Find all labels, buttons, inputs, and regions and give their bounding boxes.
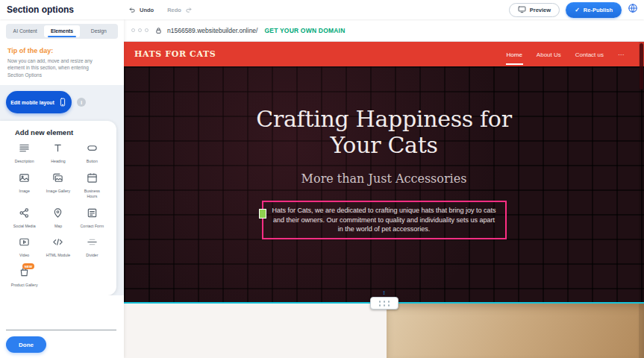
- edit-mobile-layout-button[interactable]: Edit mobile layout: [6, 91, 72, 113]
- scrollbar-thumb[interactable]: [640, 43, 643, 90]
- element-image[interactable]: Image: [7, 172, 41, 199]
- element-grid: Description Heading Button Image Image G…: [3, 142, 113, 288]
- hero-section[interactable]: Crafting Happiness for Your Cats More th…: [124, 66, 644, 303]
- heading-icon: [52, 142, 63, 157]
- tip-body: Now you can add, move and resize any ele…: [7, 57, 101, 78]
- image-gallery-icon: [52, 172, 63, 186]
- element-image-gallery[interactable]: Image Gallery: [41, 172, 75, 199]
- sidebar-spacer: [0, 295, 124, 330]
- window-dot-icon: [138, 28, 142, 32]
- monitor-icon: [518, 5, 526, 15]
- new-badge: NEW: [22, 263, 35, 269]
- nav-more-icon[interactable]: ⋯: [617, 43, 625, 65]
- hero-subheading[interactable]: More than Just Accessories: [301, 172, 467, 186]
- phone-icon: [58, 97, 67, 108]
- get-domain-link[interactable]: GET YOUR OWN DOMAIN: [264, 27, 345, 34]
- hero-paragraph: Hats for Cats, we are dedicated to craft…: [270, 206, 498, 234]
- sidebar: AI Content Elements Design Tip of the da…: [0, 19, 124, 358]
- element-description[interactable]: Description: [7, 142, 41, 164]
- video-icon: [19, 236, 30, 251]
- nav-home[interactable]: Home: [506, 43, 523, 65]
- hero-heading[interactable]: Crafting Happiness for Your Cats: [235, 107, 534, 158]
- website-preview: HATS FOR CATS Home About Us Contact us ⋯…: [124, 42, 644, 358]
- undo-button[interactable]: Undo: [140, 7, 154, 13]
- tab-ai-content[interactable]: AI Content: [7, 25, 43, 37]
- republish-button[interactable]: ✓ Re-Publish: [566, 2, 622, 18]
- divider-icon: [87, 236, 98, 251]
- element-product-gallery[interactable]: NEW Product Gallery: [7, 266, 41, 288]
- element-social-media[interactable]: Social Media: [7, 207, 41, 229]
- resize-arrows-icon: ↕: [383, 290, 386, 296]
- topbar-actions: Preview ✓ Re-Publish: [509, 2, 638, 18]
- button-icon: [87, 142, 98, 157]
- element-heading[interactable]: Heading: [41, 142, 75, 164]
- element-divider[interactable]: Divider: [75, 236, 109, 258]
- elements-panel: Edit mobile layout i Add new element Des…: [0, 85, 124, 295]
- description-icon: [19, 142, 30, 157]
- history-controls: Undo Redo: [128, 6, 193, 13]
- globe-icon[interactable]: [628, 3, 638, 16]
- redo-icon[interactable]: [185, 6, 193, 13]
- info-icon[interactable]: i: [77, 98, 86, 107]
- browser-chrome: n1566589.websitebuilder.online/ GET YOUR…: [124, 19, 644, 42]
- preview-button[interactable]: Preview: [509, 3, 560, 17]
- add-new-element-card: Add new element Description Heading Butt…: [0, 121, 116, 295]
- undo-icon[interactable]: [128, 6, 136, 13]
- site-url[interactable]: n1566589.websitebuilder.online/: [167, 27, 257, 34]
- tab-elements[interactable]: Elements: [44, 25, 79, 37]
- selected-text-element[interactable]: Hats for Cats, we are dedicated to craft…: [262, 201, 507, 239]
- social-media-icon: [19, 207, 30, 222]
- page-title: Section options: [7, 4, 74, 15]
- redo-button[interactable]: Redo: [167, 7, 181, 13]
- element-map[interactable]: Map: [41, 207, 75, 229]
- tip-title: Tip of the day:: [7, 47, 116, 54]
- edit-mobile-row: Edit mobile layout i: [0, 91, 124, 113]
- check-icon: ✓: [575, 7, 580, 13]
- preview-scrollbar: [639, 42, 644, 358]
- site-header[interactable]: HATS FOR CATS Home About Us Contact us ⋯: [124, 42, 644, 66]
- next-section-background: [124, 304, 387, 358]
- contact-form-icon: [87, 207, 98, 222]
- element-button[interactable]: Button: [75, 142, 109, 164]
- top-app-bar: Section options Undo Redo Preview ✓ Re-P…: [0, 0, 644, 19]
- nav-contact-us[interactable]: Contact us: [575, 43, 604, 65]
- element-html-module[interactable]: HTML Module: [41, 236, 75, 258]
- cat-photo: [387, 304, 644, 358]
- business-hours-icon: [87, 172, 98, 186]
- element-business-hours[interactable]: Business Hours: [75, 172, 109, 199]
- element-contact-form[interactable]: Contact Form: [75, 207, 109, 229]
- site-logo[interactable]: HATS FOR CATS: [134, 49, 216, 59]
- section-resize-handle[interactable]: ↕: [370, 290, 398, 310]
- sidebar-divider: [6, 330, 116, 330]
- lock-icon: [155, 24, 162, 37]
- window-dot-icon: [131, 28, 135, 32]
- resize-grip[interactable]: [370, 297, 398, 310]
- next-section[interactable]: [124, 304, 644, 358]
- grip-dots-icon: [378, 300, 391, 307]
- window-dot-icon: [145, 28, 149, 32]
- drag-handle[interactable]: [259, 209, 266, 219]
- map-pin-icon: [52, 207, 63, 222]
- tab-design[interactable]: Design: [81, 25, 116, 37]
- main-canvas: n1566589.websitebuilder.online/ GET YOUR…: [124, 19, 644, 358]
- sidebar-tabs: AI Content Elements Design: [6, 24, 118, 39]
- add-element-title: Add new element: [15, 128, 113, 136]
- nav-about-us[interactable]: About Us: [536, 43, 562, 65]
- element-video[interactable]: Video: [7, 236, 41, 258]
- tip-of-the-day: Tip of the day: Now you can add, move an…: [0, 42, 124, 85]
- image-icon: [19, 172, 30, 186]
- done-button[interactable]: Done: [6, 336, 46, 353]
- code-icon: [52, 236, 63, 251]
- site-nav: Home About Us Contact us ⋯: [506, 43, 625, 65]
